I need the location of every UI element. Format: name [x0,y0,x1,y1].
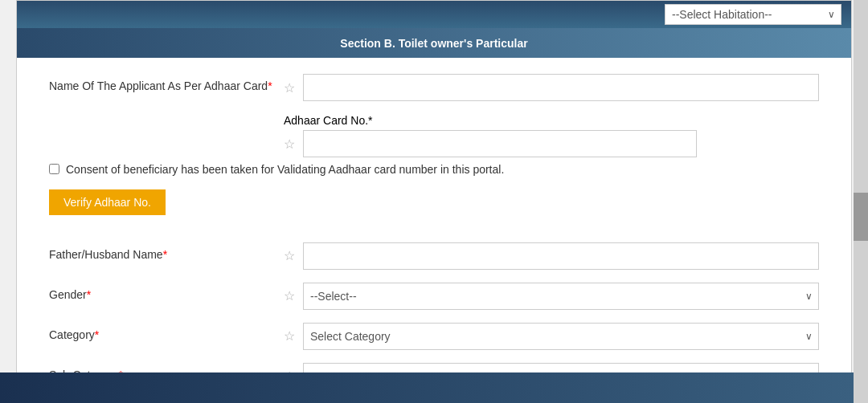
father-husband-row: Father/Husband Name* ☆ [49,242,819,270]
adhaar-label-spacer [49,114,274,119]
adhaar-input[interactable] [303,130,697,157]
gender-label: Gender* [49,283,274,303]
name-field-group: ☆ [284,74,819,101]
category-star-icon[interactable]: ☆ [284,328,298,344]
consent-checkbox[interactable] [49,164,59,174]
consent-row: Consent of beneficiary has been taken fo… [49,162,819,178]
section-header: Section B. Toilet owner's Particular [17,28,851,58]
category-label: Category* [49,323,274,344]
consent-text: Consent of beneficiary has been taken fo… [66,162,504,178]
name-input[interactable] [303,74,819,101]
name-label: Name Of The Applicant As Per Adhaar Card… [49,74,274,95]
adhaar-star-icon[interactable]: ☆ [284,136,298,152]
gender-star-icon[interactable]: ☆ [284,288,298,303]
category-select[interactable]: Select Category General SC ST OBC [303,323,819,350]
adhaar-row: Adhaar Card No.* ☆ [49,114,819,157]
father-husband-field-group: ☆ [284,242,819,270]
category-field-group: ☆ Select Category General SC ST OBC [284,323,819,350]
gender-field-group: ☆ --Select-- Male Female Other [284,283,819,310]
name-star-icon[interactable]: ☆ [284,80,298,96]
father-husband-star-icon[interactable]: ☆ [284,248,298,263]
verify-adhaar-button[interactable]: Verify Adhaar No. [49,189,166,215]
adhaar-label: Adhaar Card No.* [284,114,819,127]
father-husband-input[interactable] [303,242,819,270]
habitation-select[interactable]: --Select Habitation-- [665,4,841,25]
name-row: Name Of The Applicant As Per Adhaar Card… [49,74,819,101]
gender-select[interactable]: --Select-- Male Female Other [303,283,819,310]
gender-row: Gender* ☆ --Select-- Male Female Other [49,283,819,310]
category-row: Category* ☆ Select Category General SC S… [49,323,819,350]
father-husband-label: Father/Husband Name* [49,242,274,263]
